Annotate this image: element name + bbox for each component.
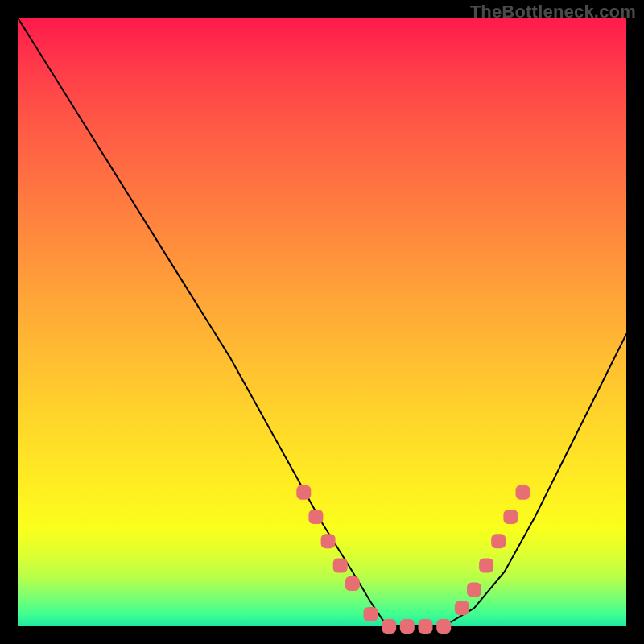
threshold-markers [296, 485, 530, 634]
threshold-marker [419, 619, 433, 634]
threshold-marker [467, 583, 481, 597]
threshold-marker [436, 619, 451, 634]
threshold-marker [308, 510, 323, 524]
threshold-marker [400, 619, 415, 634]
threshold-marker [345, 576, 360, 591]
threshold-marker [455, 601, 469, 615]
watermark-text: TheBottleneck.com [470, 2, 636, 23]
chart-svg [18, 18, 626, 626]
threshold-marker [382, 619, 396, 634]
threshold-marker [364, 607, 378, 621]
threshold-marker [321, 534, 336, 548]
threshold-marker [296, 485, 311, 500]
threshold-marker [479, 558, 493, 572]
threshold-marker [516, 485, 530, 500]
threshold-marker [491, 534, 506, 548]
threshold-marker [503, 510, 518, 524]
bottleneck-curve [18, 18, 626, 626]
threshold-marker [333, 558, 348, 572]
